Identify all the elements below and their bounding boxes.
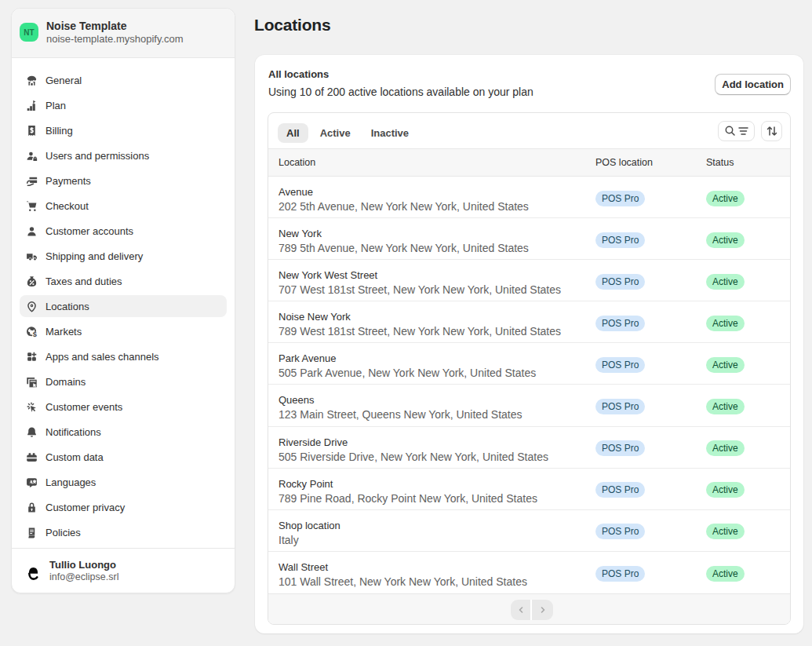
svg-text:$: $ bbox=[33, 330, 37, 337]
